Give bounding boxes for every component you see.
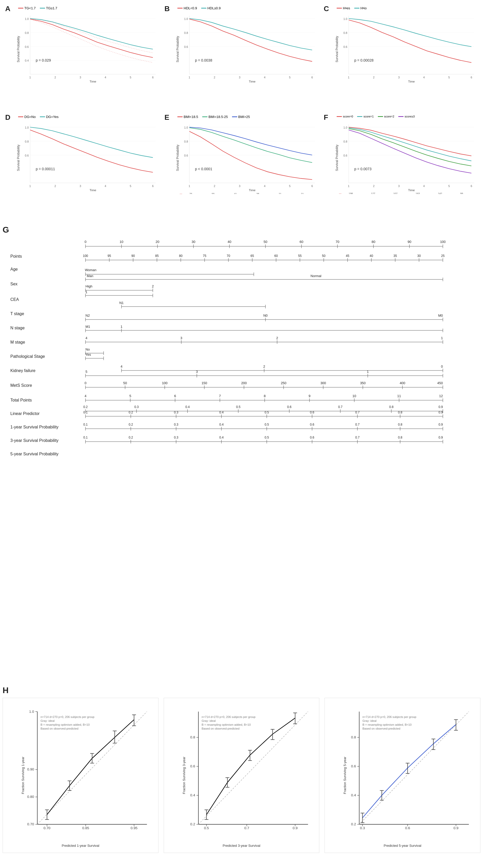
panel-c-label: C (324, 5, 329, 13)
svg-text:10: 10 (120, 240, 123, 244)
svg-text:n=714 d=270 p=0, 206 subjects : n=714 d=270 p=0, 206 subjects per group (41, 715, 94, 718)
calib-panel-3yr: Fraction Surviving 3-year (164, 698, 320, 853)
legend-item-b2: HDL≥0.9 (201, 6, 221, 10)
legend-label-f2: score=1 (363, 115, 373, 118)
svg-text:0.90: 0.90 (27, 767, 34, 771)
svg-text:0.8: 0.8 (343, 31, 347, 34)
svg-text:100: 100 (162, 381, 168, 385)
sex-axis: Woman Man Normal (85, 268, 443, 281)
svg-text:0.4: 0.4 (190, 793, 195, 797)
cea-axis: High 2 1 (85, 284, 154, 297)
swatch-f4 (398, 116, 403, 117)
svg-text:450: 450 (437, 381, 443, 385)
svg-text:0.6: 0.6 (310, 411, 314, 414)
svg-text:Based on observed-predicted: Based on observed-predicted (41, 727, 79, 730)
nomo-variable-list: Points Age Sex CEA T stage N stage M sta… (10, 237, 78, 461)
km-plot-c: Survival Probability 1.0 0.8 0.6 p = 0.0… (337, 13, 478, 85)
svg-text:0.6: 0.6 (343, 45, 347, 49)
swatch-f2 (357, 116, 362, 117)
km-svg-d: 1.0 0.8 0.6 p = 0.00011 1 2 3 4 5 6 Time… (18, 122, 159, 194)
svg-text:41: 41 (234, 192, 237, 194)
svg-text:2: 2 (152, 284, 153, 288)
nomo-var-nstage: N stage (10, 320, 78, 336)
svg-text:Based on observed-predicted: Based on observed-predicted (363, 727, 400, 730)
svg-text:4: 4 (105, 184, 106, 188)
svg-text:107: 107 (393, 192, 398, 194)
nomo-var-mets: MetS Score (10, 377, 78, 394)
svg-text:4: 4 (264, 184, 265, 188)
svg-text:0.8: 0.8 (351, 735, 356, 739)
legend-item-e3: BMI>25 (232, 115, 250, 119)
svg-text:4: 4 (264, 76, 265, 79)
svg-text:1: 1 (348, 76, 349, 79)
legend-item-b1: HDL<0.9 (177, 6, 197, 10)
svg-text:70: 70 (227, 254, 230, 258)
svg-text:3: 3 (239, 184, 240, 188)
legend-item-f3: score=2 (378, 115, 394, 118)
svg-text:400: 400 (400, 381, 405, 385)
svg-text:65: 65 (250, 254, 254, 258)
km-yaxis-f: Survival Probability (335, 145, 339, 171)
km-svg-e: 1.0 0.8 0.6 p < 0.0001 1 2 3 4 5 6 Time (177, 122, 318, 194)
svg-text:3: 3 (398, 184, 400, 188)
svg-text:2: 2 (276, 336, 278, 340)
calib-panel-1yr: Fraction Surviving 1-year (3, 698, 159, 853)
svg-text:—: — (339, 192, 342, 194)
nomo-var-surv1yr: 1-year Survival Probability (10, 421, 78, 434)
svg-text:6: 6 (471, 76, 472, 79)
calib-svg-1yr: 0.70 0.80 0.90 1.0 0.70 0.85 0.95 n=714 … (21, 708, 150, 837)
nomo-var-age: Age (10, 262, 78, 276)
km-svg-a: 1.0 0.8 0.6 0.4 p = 0.029 1 2 (18, 13, 159, 85)
svg-text:0.7: 0.7 (244, 826, 249, 830)
svg-text:75: 75 (203, 254, 206, 258)
svg-text:Gray: ideal: Gray: ideal (41, 719, 55, 722)
svg-text:4: 4 (423, 184, 425, 188)
calibration-section-label: H (3, 686, 480, 695)
svg-text:2: 2 (373, 184, 374, 188)
svg-text:1.0: 1.0 (343, 17, 347, 21)
panel-f-label: F (324, 113, 328, 122)
nomo-var-kidney: Kidney failure (10, 364, 78, 377)
svg-text:0.9: 0.9 (453, 826, 458, 830)
svg-text:0.6: 0.6 (351, 764, 356, 768)
svg-text:40: 40 (228, 240, 231, 244)
swatch-d2 (40, 117, 45, 117)
legend-label-b1: HDL<0.9 (183, 6, 197, 10)
km-legend-f: score=0 score=1 score=2 score≥3 (337, 115, 415, 118)
svg-text:8: 8 (264, 394, 265, 398)
km-legend-e: BMI<18.5 BMI=18.5-25 BMI>25 (177, 115, 250, 119)
svg-text:127: 127 (371, 192, 375, 194)
svg-text:1: 1 (85, 290, 87, 294)
svg-text:80: 80 (372, 240, 375, 244)
km-yaxis-a: Survival Probability (17, 36, 20, 62)
svg-text:50: 50 (322, 254, 325, 258)
nomogram-section-label: G (3, 225, 480, 235)
calibration-section: H Fraction Surviving 1-year (3, 686, 480, 853)
calib-xlabel-3yr: Predicted 3-year Survival (223, 844, 260, 847)
svg-text:0.6: 0.6 (184, 45, 188, 49)
svg-text:6: 6 (152, 76, 153, 79)
svg-text:0.5: 0.5 (236, 405, 240, 409)
svg-text:2: 2 (373, 76, 374, 79)
svg-text:0.6: 0.6 (190, 764, 195, 768)
svg-text:B = resampling optimism added,: B = resampling optimism added, B=10 (201, 723, 251, 726)
svg-text:85: 85 (155, 254, 159, 258)
legend-label-f4: score≥3 (404, 115, 415, 118)
km-legend-b: HDL<0.9 HDL≥0.9 (177, 6, 221, 10)
svg-text:0.2: 0.2 (190, 822, 195, 826)
svg-text:0.9: 0.9 (438, 405, 443, 409)
svg-text:Gray: ideal: Gray: ideal (363, 719, 376, 722)
nomo-var-pathstage: Pathological Stage (10, 349, 78, 364)
svg-text:—: — (180, 192, 182, 194)
svg-text:1.0: 1.0 (184, 17, 188, 21)
svg-text:1: 1 (348, 184, 349, 188)
svg-text:1.0: 1.0 (25, 126, 29, 129)
svg-text:0: 0 (441, 365, 443, 368)
svg-text:6: 6 (471, 184, 472, 188)
svg-text:198: 198 (348, 192, 353, 194)
svg-text:No: No (85, 347, 90, 351)
legend-label-e2: BMI=18.5-25 (208, 115, 228, 119)
totalpoints-axis: 0 50 100 150 200 250 300 350 400 (84, 381, 443, 389)
svg-text:0.8: 0.8 (398, 423, 402, 426)
legend-label-f3: score=2 (384, 115, 394, 118)
